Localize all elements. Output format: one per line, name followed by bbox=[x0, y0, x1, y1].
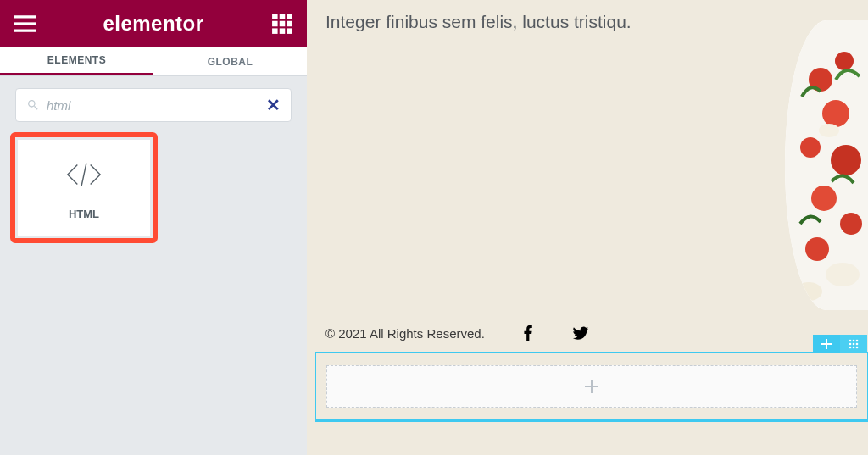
clear-search-icon[interactable]: ✕ bbox=[266, 97, 281, 114]
svg-point-25 bbox=[819, 124, 839, 137]
svg-rect-7 bbox=[280, 21, 286, 27]
apps-icon[interactable] bbox=[271, 13, 293, 35]
search-box[interactable]: ✕ bbox=[15, 88, 292, 122]
svg-point-28 bbox=[849, 340, 852, 342]
svg-rect-9 bbox=[272, 28, 278, 34]
svg-point-36 bbox=[856, 347, 859, 349]
svg-rect-0 bbox=[14, 15, 36, 18]
svg-point-18 bbox=[800, 137, 821, 158]
svg-point-30 bbox=[856, 340, 859, 342]
brand-logo: elementor bbox=[103, 12, 203, 36]
twitter-icon[interactable] bbox=[571, 324, 590, 342]
svg-point-22 bbox=[805, 237, 829, 261]
add-section-button[interactable] bbox=[813, 335, 840, 353]
svg-rect-38 bbox=[585, 386, 598, 387]
copyright-text: © 2021 All Rights Reserved. bbox=[326, 326, 485, 341]
svg-point-29 bbox=[853, 340, 855, 342]
svg-point-17 bbox=[822, 100, 849, 127]
svg-rect-11 bbox=[287, 28, 292, 34]
svg-point-21 bbox=[840, 213, 862, 235]
tab-global[interactable]: GLOBAL bbox=[153, 47, 307, 75]
svg-rect-4 bbox=[280, 14, 286, 19]
widget-highlight: HTML bbox=[10, 132, 158, 243]
new-section-frame bbox=[315, 352, 868, 422]
svg-rect-5 bbox=[287, 14, 292, 19]
section-grip-button[interactable] bbox=[840, 335, 867, 353]
svg-line-12 bbox=[81, 164, 86, 186]
editor-canvas[interactable]: Integer finibus sem felis, luctus tristi… bbox=[307, 0, 868, 455]
intro-paragraph: Integer finibus sem felis, luctus tristi… bbox=[326, 12, 632, 32]
menu-icon[interactable] bbox=[14, 13, 36, 35]
hero-image bbox=[785, 20, 868, 310]
grip-icon bbox=[849, 339, 859, 349]
svg-point-32 bbox=[853, 343, 855, 346]
svg-point-33 bbox=[856, 343, 859, 346]
plus-icon bbox=[583, 378, 600, 395]
svg-point-23 bbox=[826, 263, 860, 286]
svg-rect-3 bbox=[272, 14, 278, 19]
svg-point-31 bbox=[849, 343, 852, 346]
facebook-icon[interactable] bbox=[519, 324, 537, 342]
svg-point-24 bbox=[795, 282, 822, 301]
svg-point-16 bbox=[835, 52, 854, 70]
search-icon bbox=[26, 98, 40, 112]
search-input[interactable] bbox=[47, 98, 259, 113]
plus-icon bbox=[821, 339, 832, 349]
dropzone[interactable] bbox=[326, 365, 857, 408]
code-icon bbox=[64, 155, 103, 194]
widget-html[interactable]: HTML bbox=[17, 139, 151, 236]
tab-elements[interactable]: ELEMENTS bbox=[0, 47, 153, 75]
svg-rect-6 bbox=[272, 21, 278, 27]
svg-point-34 bbox=[849, 347, 852, 349]
svg-rect-10 bbox=[280, 28, 286, 34]
svg-point-35 bbox=[853, 347, 855, 349]
svg-point-20 bbox=[811, 186, 837, 211]
svg-rect-8 bbox=[287, 21, 292, 27]
svg-rect-1 bbox=[14, 22, 36, 25]
svg-rect-2 bbox=[14, 30, 36, 32]
svg-point-19 bbox=[831, 145, 861, 175]
svg-rect-27 bbox=[821, 343, 832, 345]
widget-label: HTML bbox=[69, 208, 99, 220]
